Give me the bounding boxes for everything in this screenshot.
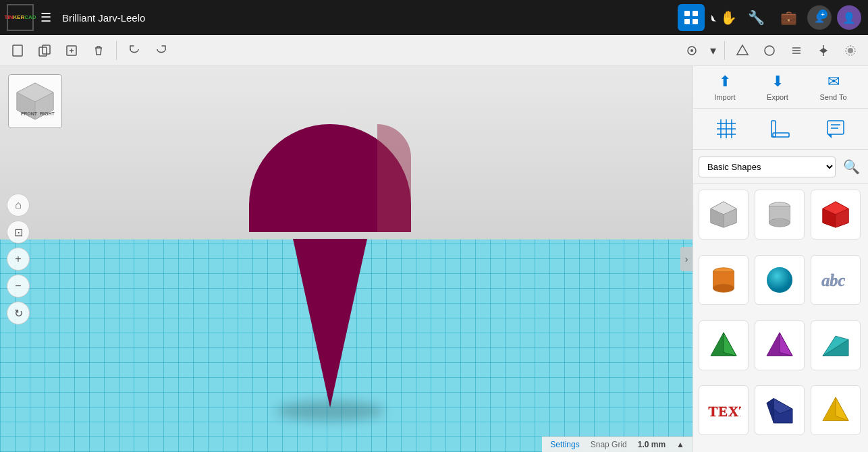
shape-category-dropdown[interactable]: Basic Shapes <box>699 157 836 177</box>
separator-1 <box>116 41 117 60</box>
view-cube-box: FRONT RIGHT <box>8 74 62 128</box>
add-user-button[interactable]: 👤+ <box>807 5 832 30</box>
svg-marker-12 <box>737 45 748 55</box>
shape-search-button[interactable]: 🔍 <box>840 155 863 178</box>
text-blue-shape-item[interactable]: abc <box>811 255 861 305</box>
3d-shape <box>249 124 411 407</box>
cylinder-orange-shape-item[interactable] <box>699 255 749 305</box>
delete-button[interactable] <box>86 38 111 63</box>
left-tools: ⌂ ⊡ + − ↻ <box>7 194 30 324</box>
panel-collapse-arrow[interactable]: › <box>680 247 693 271</box>
cylinder-gray-shape-item[interactable] <box>755 190 805 239</box>
cube-front-label: FRONT <box>21 111 38 116</box>
import-button[interactable]: ⬆ Import <box>714 73 735 101</box>
avatar-button[interactable]: 👤 <box>837 5 861 30</box>
snap-grid-arrow[interactable]: ▲ <box>676 440 684 449</box>
shapes-outline-button[interactable] <box>730 38 755 63</box>
svg-marker-19 <box>823 48 828 53</box>
svg-rect-33 <box>771 121 776 137</box>
box-red-shape-item[interactable] <box>811 190 861 239</box>
svg-rect-2 <box>684 19 690 24</box>
import-icon: ⬆ <box>719 73 731 90</box>
copy-button[interactable] <box>32 38 57 63</box>
menu-icon[interactable]: ☰ <box>40 10 51 25</box>
svg-rect-3 <box>693 19 698 24</box>
new-doc-button[interactable] <box>5 38 30 63</box>
send-to-icon: ✉ <box>828 73 840 90</box>
pyramid-yellow-shape-item[interactable] <box>811 385 861 435</box>
svg-marker-56 <box>780 332 792 356</box>
right-panel-icons <box>693 109 868 150</box>
svg-point-50 <box>713 284 734 292</box>
main-area: FRONT RIGHT ⌂ ⊡ + − ↻ › Settings Snap Gr… <box>0 66 868 452</box>
redo-button[interactable] <box>149 38 173 63</box>
wedge-teal-shape-item[interactable] <box>811 320 861 370</box>
zoom-in-button[interactable]: + <box>7 248 30 271</box>
shape-shadow <box>276 401 384 421</box>
toolbar2: ▾ <box>0 35 868 66</box>
top-right-icons: ✋ 🔧 💼 👤+ 👤 <box>678 4 861 31</box>
export-button[interactable]: ⬇ Export <box>767 73 788 101</box>
svg-rect-1 <box>693 11 698 16</box>
circle-button[interactable] <box>757 38 782 63</box>
svg-point-51 <box>767 267 792 293</box>
viewport[interactable]: FRONT RIGHT ⌂ ⊡ + − ↻ › Settings Snap Gr… <box>0 66 693 452</box>
svg-point-11 <box>690 49 693 52</box>
status-bar: Settings Snap Grid 1.0 mm ▲ <box>542 436 693 452</box>
undo-button[interactable] <box>122 38 146 63</box>
grid-panel-button[interactable] <box>709 114 743 144</box>
hand-tool-button[interactable]: ✋ <box>710 4 737 31</box>
zoom-out-button[interactable]: − <box>7 275 30 298</box>
group-button[interactable] <box>838 38 863 63</box>
rotate-button[interactable]: ↻ <box>7 302 30 324</box>
svg-point-20 <box>848 48 853 53</box>
right-panel: ⬆ Import ⬇ Export ✉ Send To <box>693 66 868 452</box>
export-label: Export <box>767 93 788 101</box>
topbar: TIN KER CAD ☰ Brilliant Jarv-Leelo ✋ 🔧 💼… <box>0 0 868 35</box>
note-panel-button[interactable] <box>819 114 852 144</box>
ruler-panel-button[interactable] <box>764 114 798 144</box>
sphere-teal-shape-item[interactable] <box>755 255 805 305</box>
camera-dropdown-button[interactable]: ▾ <box>707 38 719 63</box>
snap-grid-label: Snap Grid <box>591 440 627 449</box>
grid-view-button[interactable] <box>678 4 705 31</box>
select-tool-button[interactable]: ⊡ <box>7 221 30 244</box>
cube-right-label: RIGHT <box>40 111 55 116</box>
box-shape-item[interactable] <box>699 190 749 239</box>
home-tool-button[interactable]: ⌂ <box>7 194 30 217</box>
project-title: Brilliant Jarv-Leelo <box>62 12 671 24</box>
send-to-button[interactable]: ✉ Send To <box>820 73 847 101</box>
camera-button[interactable] <box>680 38 704 63</box>
shape-dome <box>249 124 411 232</box>
export-icon: ⬇ <box>771 73 784 90</box>
logo: TIN KER CAD <box>7 4 34 31</box>
svg-rect-4 <box>13 45 22 56</box>
prism-blue-shape-item[interactable] <box>755 385 805 435</box>
send-to-label: Send To <box>820 93 847 101</box>
view-cube[interactable]: FRONT RIGHT <box>8 74 62 128</box>
shape-selector: Basic Shapes 🔍 <box>693 150 868 184</box>
pyramid-green-shape-item[interactable] <box>699 320 749 370</box>
snap-grid-value[interactable]: 1.0 mm <box>638 440 666 449</box>
pyramid-purple-shape-item[interactable] <box>755 320 805 370</box>
svg-marker-62 <box>767 399 774 423</box>
svg-point-13 <box>765 46 774 55</box>
svg-marker-18 <box>819 48 823 53</box>
svg-point-43 <box>769 219 790 227</box>
shape-grid: abc <box>693 184 868 452</box>
import-label: Import <box>714 93 735 101</box>
settings-label[interactable]: Settings <box>550 440 579 449</box>
svg-marker-54 <box>724 332 736 356</box>
briefcase-button[interactable]: 💼 <box>775 4 802 31</box>
text-red-shape-item[interactable]: TEXT <box>699 385 749 435</box>
mirror-button[interactable] <box>811 38 836 63</box>
align-button[interactable] <box>784 38 809 63</box>
svg-text:TEXT: TEXT <box>708 403 741 419</box>
shape-spike <box>293 239 367 407</box>
duplicate-button[interactable] <box>59 38 84 63</box>
svg-text:abc: abc <box>821 271 845 289</box>
right-panel-actions: ⬆ Import ⬇ Export ✉ Send To <box>693 66 868 109</box>
svg-rect-34 <box>828 121 844 134</box>
tools-button[interactable]: 🔧 <box>742 4 769 31</box>
separator-2 <box>724 41 725 60</box>
